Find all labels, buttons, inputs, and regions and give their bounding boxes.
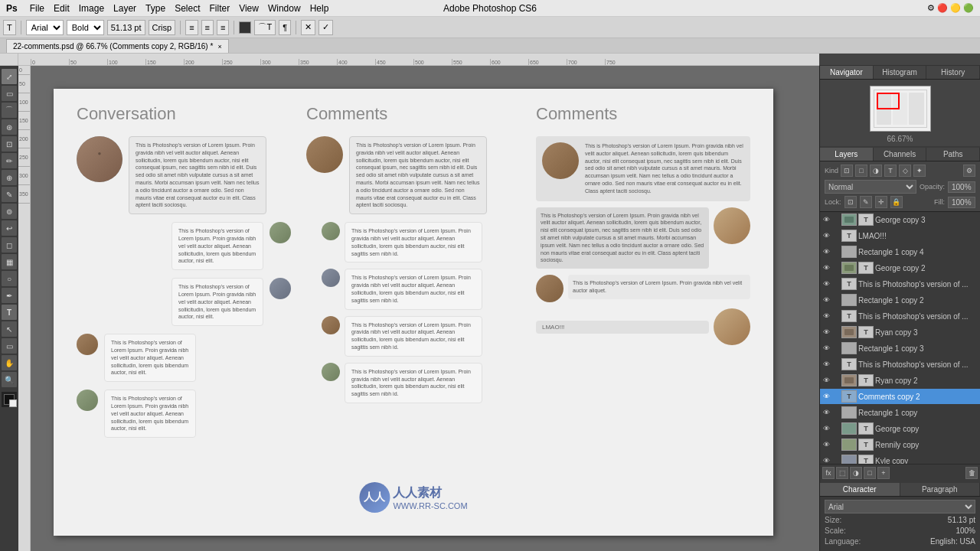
cancel-btn[interactable]: ✕ <box>301 20 315 35</box>
channels-tab[interactable]: Channels <box>874 148 927 161</box>
kind-all-btn[interactable]: ⊡ <box>841 165 853 177</box>
layer-item[interactable]: 👁 T Rennily copy <box>820 437 980 453</box>
path-select-tool[interactable]: ↖ <box>2 321 17 337</box>
align-right-btn[interactable]: ≡ <box>217 20 229 35</box>
warp-text-btn[interactable]: ⌒T <box>254 20 276 35</box>
pen-tool[interactable]: ✒ <box>2 288 17 303</box>
shape-tool[interactable]: ▭ <box>2 338 17 354</box>
layer-eye-icon[interactable]: 👁 <box>822 216 831 223</box>
foreground-color[interactable] <box>2 392 17 407</box>
layer-eye-icon[interactable]: 👁 <box>822 393 831 400</box>
layer-eye-icon[interactable]: 👁 <box>822 264 831 272</box>
eyedropper-tool[interactable]: ✏ <box>2 153 17 168</box>
align-left-btn[interactable]: ≡ <box>185 20 198 35</box>
layer-item[interactable]: 👁 T George copy <box>820 421 980 437</box>
layer-new-btn[interactable]: + <box>877 467 890 479</box>
menu-type[interactable]: Type <box>145 3 165 14</box>
layer-item[interactable]: 👁 Rectangle 1 copy 2 <box>820 292 980 308</box>
layer-eye-icon[interactable]: 👁 <box>822 312 831 320</box>
selection-tool[interactable]: ▭ <box>2 86 17 101</box>
layer-item[interactable]: 👁 T LMAO!!! <box>820 228 980 244</box>
kind-shape-btn[interactable]: ◇ <box>899 165 911 177</box>
lasso-tool[interactable]: ⌒ <box>2 103 17 118</box>
layer-group-btn[interactable]: □ <box>864 467 876 479</box>
move-tool[interactable]: ⤢ <box>2 69 17 84</box>
hand-tool[interactable]: ✋ <box>2 355 17 370</box>
layer-item[interactable]: 👁 Rectangle 1 copy 4 <box>820 244 980 260</box>
lock-position-btn[interactable]: ✛ <box>875 196 887 208</box>
font-size-field[interactable]: 51.13 pt <box>107 20 145 35</box>
blend-mode-select[interactable]: Normal <box>825 180 916 194</box>
layer-eye-icon[interactable]: 👁 <box>822 280 831 288</box>
dodge-tool[interactable]: ○ <box>2 271 17 286</box>
filter-toggle-btn[interactable]: ⚙ <box>963 165 975 177</box>
layer-eye-icon[interactable]: 👁 <box>822 248 831 256</box>
layer-item[interactable]: 👁 T Kyle copy <box>820 453 980 464</box>
layer-item[interactable]: 👁 T Ryan copy 3 <box>820 324 980 341</box>
lock-transparent-btn[interactable]: ⊡ <box>844 196 857 208</box>
layer-item[interactable]: 👁 Rectangle 1 copy <box>820 405 980 421</box>
color-swatch[interactable] <box>239 21 251 34</box>
font-style-select[interactable]: Bold <box>67 20 104 35</box>
antialiasing-select[interactable]: Crisp <box>149 20 176 35</box>
gradient-tool[interactable]: ▦ <box>2 254 17 269</box>
clone-tool[interactable]: ⊚ <box>2 204 17 219</box>
layer-item[interactable]: 👁 T George copy 2 <box>820 260 980 276</box>
layer-eye-icon[interactable]: 👁 <box>822 360 831 368</box>
layer-item[interactable]: 👁 T This is Photoshop's version of ... <box>820 357 980 373</box>
layer-adj-btn[interactable]: ◑ <box>850 467 862 479</box>
layer-fx-btn[interactable]: fx <box>822 467 835 479</box>
menu-window[interactable]: Window <box>268 3 301 14</box>
font-family-select[interactable]: Arial <box>26 20 64 35</box>
quick-select-tool[interactable]: ⊛ <box>2 119 17 135</box>
menu-edit[interactable]: Edit <box>54 3 70 14</box>
layer-item[interactable]: 👁 Rectangle 1 copy 3 <box>820 341 980 357</box>
tab-close-icon[interactable]: × <box>217 43 221 51</box>
layer-item[interactable]: 👁 T Ryan copy 2 <box>820 373 980 389</box>
menu-file[interactable]: File <box>30 3 44 14</box>
layer-eye-icon[interactable]: 👁 <box>822 409 831 416</box>
layer-mask-btn[interactable]: ⬚ <box>836 467 848 479</box>
layer-eye-icon[interactable]: 👁 <box>822 344 831 352</box>
fill-value[interactable]: 100% <box>948 197 975 208</box>
document-tab[interactable]: 22-comments.psd @ 66.7% (Comments copy 2… <box>6 39 229 53</box>
paragraph-tab[interactable]: Paragraph <box>900 483 981 496</box>
commit-btn[interactable]: ✓ <box>318 20 333 35</box>
layers-list[interactable]: 👁 T George copy 3 👁 T LMAO!!! 👁 Rectangl… <box>820 212 980 464</box>
histogram-tab[interactable]: Histogram <box>874 66 927 79</box>
healing-tool[interactable]: ⊕ <box>2 170 17 185</box>
crop-tool[interactable]: ⊡ <box>2 136 17 152</box>
layer-delete-btn[interactable]: 🗑 <box>965 467 978 479</box>
layer-eye-icon[interactable]: 👁 <box>822 441 831 448</box>
menu-view[interactable]: View <box>239 3 259 14</box>
navigator-tab[interactable]: Navigator <box>820 66 874 79</box>
kind-smart-btn[interactable]: ✦ <box>913 165 926 177</box>
align-center-btn[interactable]: ≡ <box>201 20 214 35</box>
layer-eye-icon[interactable]: 👁 <box>822 296 831 304</box>
char-panel-btn[interactable]: ¶ <box>279 20 291 35</box>
layer-item[interactable]: 👁 T This is Photoshop's version of ... <box>820 308 980 324</box>
menu-filter[interactable]: Filter <box>209 3 230 14</box>
eraser-tool[interactable]: ◻ <box>2 237 17 253</box>
menu-select[interactable]: Select <box>175 3 200 14</box>
canvas-area[interactable]: Conversation This is Photoshop's version… <box>31 66 819 551</box>
menu-help[interactable]: Help <box>310 3 329 14</box>
character-tab[interactable]: Character <box>820 483 900 496</box>
history-tab[interactable]: History <box>926 66 980 79</box>
kind-adj-btn[interactable]: ◑ <box>870 165 882 177</box>
zoom-tool[interactable]: 🔍 <box>2 372 17 387</box>
history-tool[interactable]: ↩ <box>2 220 17 236</box>
menu-image[interactable]: Image <box>79 3 104 14</box>
layers-tab[interactable]: Layers <box>820 148 874 161</box>
layer-eye-icon[interactable]: 👁 <box>822 457 831 464</box>
kind-pixel-btn[interactable]: □ <box>855 165 867 177</box>
lock-image-btn[interactable]: ✎ <box>860 196 872 208</box>
layer-eye-icon[interactable]: 👁 <box>822 232 831 240</box>
paths-tab[interactable]: Paths <box>926 148 980 161</box>
layer-eye-icon[interactable]: 👁 <box>822 328 831 336</box>
layer-item[interactable]: 👁 T This is Photoshop's version of ... <box>820 276 980 292</box>
filter-toggle[interactable]: ⚙ <box>963 165 975 177</box>
kind-type-btn[interactable]: T <box>884 165 897 177</box>
lock-all-btn[interactable]: 🔒 <box>890 196 903 208</box>
menu-layer[interactable]: Layer <box>113 3 136 14</box>
